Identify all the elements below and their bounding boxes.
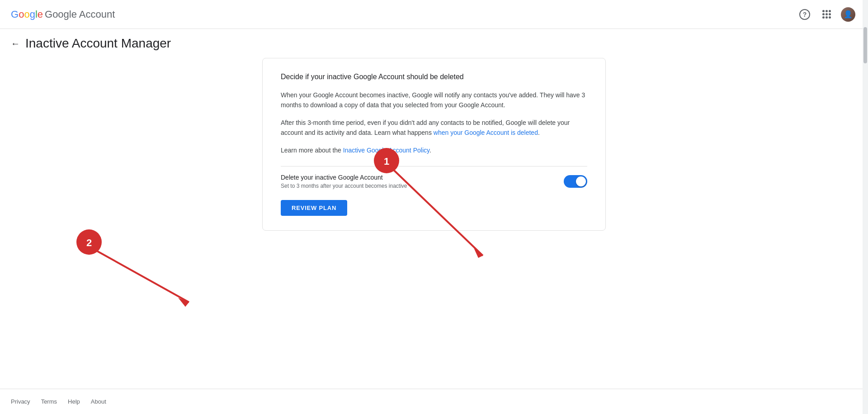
paragraph-3: Learn more about the Inactive Google Acc… — [281, 145, 587, 155]
paragraph-1: When your Google Account becomes inactiv… — [281, 90, 587, 110]
help-icon: ? — [799, 9, 810, 20]
account-button[interactable]: 👤 — [839, 5, 857, 24]
apps-button[interactable] — [817, 5, 835, 24]
scrollbar[interactable] — [863, 0, 868, 414]
header-left: Google Google Account — [11, 9, 115, 20]
footer-terms-link[interactable]: Terms — [41, 398, 57, 405]
google-logo: Google Google Account — [11, 9, 115, 20]
header: Google Google Account ? 👤 — [0, 0, 868, 29]
annotation-arrow-2 — [97, 251, 189, 302]
card-subtitle: Decide if your inactive Google Account s… — [281, 73, 587, 81]
paragraph-3-after-link: . — [429, 147, 431, 154]
toggle-label-group: Delete your inactive Google Account Set … — [281, 174, 407, 189]
footer: Privacy Terms Help About — [0, 389, 868, 414]
toggle-label: Delete your inactive Google Account — [281, 174, 407, 181]
scrollbar-thumb — [863, 27, 867, 63]
footer-privacy-link[interactable]: Privacy — [11, 398, 30, 405]
paragraph-2-after-link: . — [538, 129, 540, 136]
toggle-sublabel: Set to 3 months after your account becom… — [281, 183, 407, 189]
footer-help-link[interactable]: Help — [68, 398, 80, 405]
back-button[interactable]: ← — [11, 38, 20, 49]
page-title-bar: ← Inactive Account Manager — [0, 29, 868, 54]
page-title: Inactive Account Manager — [25, 36, 171, 51]
app-title: Google Account — [45, 9, 115, 20]
grid-icon — [822, 10, 831, 19]
annotation-label-2: 2 — [86, 237, 92, 248]
avatar: 👤 — [841, 7, 855, 22]
deleted-account-link[interactable]: when your Google Account is deleted — [434, 129, 538, 136]
toggle-track — [564, 175, 587, 188]
header-right: ? 👤 — [796, 5, 857, 24]
content-card: Decide if your inactive Google Account s… — [262, 58, 606, 231]
annotation-arrowhead-2 — [178, 298, 189, 307]
toggle-switch[interactable] — [564, 175, 587, 188]
toggle-thumb — [576, 176, 586, 186]
inactive-policy-link[interactable]: Inactive Google Account Policy — [343, 147, 429, 154]
review-plan-button[interactable]: REVIEW PLAN — [281, 200, 347, 216]
help-button[interactable]: ? — [796, 5, 814, 24]
annotation-circle-2 — [76, 229, 102, 255]
toggle-row: Delete your inactive Google Account Set … — [281, 166, 587, 189]
paragraph-3-before-link: Learn more about the — [281, 147, 343, 154]
paragraph-2: After this 3-month time period, even if … — [281, 118, 587, 138]
main-content: Decide if your inactive Google Account s… — [0, 58, 868, 231]
annotation-arrowhead-1 — [474, 248, 483, 258]
footer-about-link[interactable]: About — [91, 398, 106, 405]
